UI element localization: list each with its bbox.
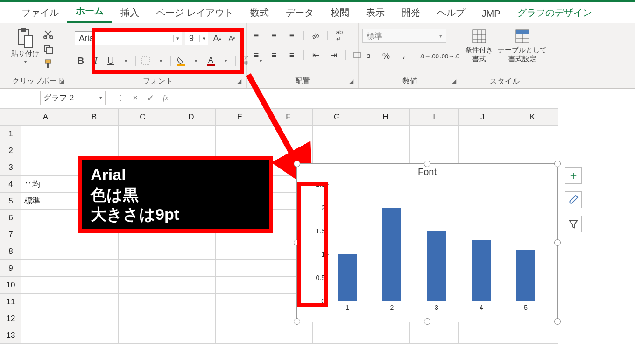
resize-handle[interactable] (554, 318, 561, 325)
align-middle-icon[interactable]: ≡ (268, 29, 280, 42)
number-format-combo[interactable]: 標準 ▾ (362, 29, 446, 43)
font-size-combo[interactable]: 9▾ (185, 31, 208, 45)
col-header-C[interactable]: C (119, 109, 167, 126)
fill-color-dropdown-icon[interactable]: ▾ (190, 54, 202, 67)
row-header-10[interactable]: 10 (0, 277, 21, 294)
tab-home[interactable]: ホーム (67, 0, 112, 23)
borders-icon[interactable] (140, 54, 152, 67)
resize-handle[interactable] (294, 239, 300, 246)
resize-handle[interactable] (424, 318, 430, 325)
name-box-dropdown-icon[interactable]: ▾ (99, 95, 102, 101)
chart-plot-area[interactable] (325, 184, 548, 301)
tab-data[interactable]: データ (277, 2, 322, 23)
enter-icon[interactable]: ✓ (147, 92, 155, 104)
chart-object[interactable]: Font 00.511.522.5 12345 (296, 163, 558, 322)
tab-jmp[interactable]: JMP (473, 4, 509, 23)
currency-icon[interactable]: ¤ (362, 49, 374, 63)
row-header-7[interactable]: 7 (0, 226, 21, 243)
format-painter-icon[interactable] (43, 59, 53, 69)
tab-file[interactable]: ファイル (13, 2, 67, 23)
tab-formulas[interactable]: 数式 (242, 2, 277, 23)
row-header-12[interactable]: 12 (0, 310, 21, 327)
decrease-decimal-icon[interactable]: .00→.0 (442, 49, 457, 63)
row-header-11[interactable]: 11 (0, 294, 21, 310)
font-color-dropdown-icon[interactable]: ▾ (219, 54, 232, 67)
row-header-3[interactable]: 3 (0, 159, 21, 176)
increase-font-icon[interactable]: A▴ (211, 32, 223, 45)
chart-bar[interactable] (382, 208, 401, 301)
resize-handle[interactable] (554, 161, 561, 167)
cut-icon[interactable] (43, 29, 53, 39)
tab-review[interactable]: 校閲 (322, 2, 358, 23)
col-header-K[interactable]: K (507, 109, 558, 126)
row-header-1[interactable]: 1 (0, 126, 21, 142)
format-as-table-button[interactable]: テーブルとして 書式設定 (498, 28, 547, 63)
number-dialog-icon[interactable]: ◢ (452, 78, 456, 84)
borders-dropdown-icon[interactable]: ▾ (155, 54, 167, 67)
resize-handle[interactable] (424, 161, 430, 167)
conditional-format-button[interactable]: 条件付き 書式 (465, 28, 493, 63)
paste-dropdown-icon[interactable]: ▾ (24, 59, 27, 64)
col-header-J[interactable]: J (459, 109, 507, 126)
chart-bar[interactable] (338, 254, 357, 301)
number-format-dropdown-icon[interactable]: ▾ (439, 33, 442, 39)
underline-button[interactable]: U (105, 54, 117, 67)
italic-button[interactable]: I (90, 54, 102, 67)
align-right-icon[interactable]: ≡ (286, 49, 298, 62)
cell-A4[interactable]: 平均 (21, 176, 70, 193)
alignment-dialog-icon[interactable]: ◢ (349, 78, 353, 84)
font-dialog-icon[interactable]: ◢ (237, 78, 241, 84)
col-header-H[interactable]: H (361, 109, 410, 126)
copy-icon[interactable] (43, 44, 53, 54)
cancel-icon[interactable]: × (133, 92, 138, 103)
row-header-9[interactable]: 9 (0, 260, 21, 277)
row-header-13[interactable]: 13 (0, 327, 21, 344)
clipboard-dialog-icon[interactable]: ◢ (60, 78, 64, 84)
font-name-dropdown-icon[interactable]: ▾ (173, 35, 182, 42)
chart-bar[interactable] (427, 231, 446, 301)
font-size-dropdown-icon[interactable]: ▾ (199, 35, 208, 42)
col-header-B[interactable]: B (70, 109, 119, 126)
indent-increase-icon[interactable]: ⇥ (327, 49, 339, 62)
align-bottom-icon[interactable]: ≡ (286, 29, 298, 42)
indent-decrease-icon[interactable]: ⇤ (310, 49, 322, 62)
chart-filter-button[interactable] (565, 216, 582, 232)
col-header-I[interactable]: I (410, 109, 459, 126)
row-header-6[interactable]: 6 (0, 210, 21, 226)
percent-icon[interactable]: % (380, 49, 392, 63)
row-header-5[interactable]: 5 (0, 193, 21, 210)
phonetic-dropdown-icon[interactable]: ▾ (254, 54, 267, 67)
align-center-icon[interactable]: ≡ (268, 49, 280, 62)
tab-pagelayout[interactable]: ページ レイアウト (148, 2, 242, 23)
col-header-G[interactable]: G (313, 109, 361, 126)
fx-icon[interactable]: fx (163, 94, 169, 102)
col-header-E[interactable]: E (216, 109, 264, 126)
formula-input[interactable] (175, 89, 635, 107)
tab-developer[interactable]: 開発 (393, 2, 429, 23)
orientation-icon[interactable]: ab (310, 29, 322, 42)
paste-button[interactable]: 貼り付け ▾ (11, 26, 39, 64)
decrease-font-icon[interactable]: A▾ (226, 32, 238, 45)
col-header-A[interactable]: A (21, 109, 70, 126)
resize-handle[interactable] (294, 161, 300, 167)
formula-options-icon[interactable]: ⋮ (117, 93, 124, 102)
row-header-8[interactable]: 8 (0, 243, 21, 260)
tab-chart-design[interactable]: グラフのデザイン (509, 2, 600, 23)
row-header-2[interactable]: 2 (0, 142, 21, 159)
increase-decimal-icon[interactable]: .0→.00 (422, 49, 437, 63)
chart-elements-button[interactable]: ＋ (565, 167, 582, 184)
name-box[interactable]: グラフ 2 ▾ (40, 91, 106, 105)
wrap-text-icon[interactable]: ab↵ (333, 29, 346, 42)
resize-handle[interactable] (294, 318, 300, 325)
chart-styles-button[interactable] (565, 191, 582, 208)
fill-color-icon[interactable] (175, 54, 187, 67)
col-header-F[interactable]: F (264, 109, 313, 126)
col-header-D[interactable]: D (167, 109, 216, 126)
select-all-corner[interactable] (0, 109, 21, 126)
chart-bar[interactable] (472, 240, 491, 301)
font-name-combo[interactable]: Arial▾ (75, 31, 182, 45)
tab-insert[interactable]: 挿入 (112, 2, 148, 23)
align-top-icon[interactable]: ≡ (250, 29, 262, 42)
underline-dropdown-icon[interactable]: ▾ (120, 54, 132, 67)
tab-view[interactable]: 表示 (358, 2, 393, 23)
